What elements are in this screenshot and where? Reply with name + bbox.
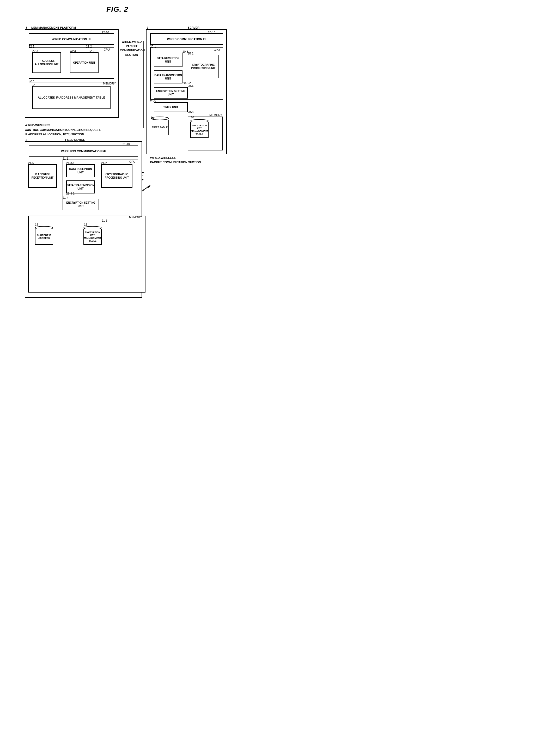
server-enc-key-table: ENCRYPTION KEY MANAGEMENT TABLE	[190, 119, 209, 138]
field-data-transmission: DATA TRANSMISSION UNIT	[66, 180, 95, 194]
field-cpu-label: CPU	[129, 160, 135, 163]
m2m-memory-label: MEMORY	[103, 82, 116, 85]
server-ww-packet-label: WIRED-WIRELESSPACKET COMMUNICATION SECTI…	[150, 156, 228, 164]
m2m-alloc-table-ref: 14	[32, 83, 35, 86]
page-title: FIG. 2	[5, 5, 229, 14]
server-cpu-label: CPU	[214, 48, 220, 51]
server-enc-key-table-num: 10	[191, 116, 194, 119]
m2m-ip-alloc-ref: 22-3	[32, 49, 38, 52]
field-ip-reception-ref: 21-5	[28, 161, 34, 164]
field-ip-reception: IP ADDRESS RECEPTION UNIT	[28, 164, 57, 188]
server-timer-unit-ref: 20-5	[150, 100, 156, 103]
m2m-operation-ref: 22-2	[88, 49, 94, 52]
server-label: SERVER	[188, 26, 199, 29]
server-wired-if-ref: 20-10	[208, 31, 215, 34]
server-timer-table-ref: 11	[151, 116, 154, 119]
field-enc-key-table-ref: 12	[84, 223, 87, 226]
server-timer-table: TIMER TABLE	[151, 117, 169, 135]
field-label: FIELD DEVICE	[65, 138, 85, 141]
m2m-memory-ref: 22-4	[29, 79, 34, 82]
server-data-transmission-ref: 20-3-2	[182, 81, 191, 84]
field-data-reception-ref: 21-3-1	[66, 161, 75, 164]
wired-wired-packet-label: WIRED-WIREDPACKETCOMMUNICATIONSECTION	[120, 40, 144, 57]
m2m-cpu-inner-ref: CPU	[70, 49, 76, 52]
server-enc-setting-ref: 20-4	[188, 84, 194, 87]
field-data-transmission-ref: 21-3-2	[66, 192, 75, 195]
m2m-ip-alloc: IP ADDRESS ALLOCATION UNIT	[32, 52, 61, 73]
server-memory-ref: 20-6	[188, 110, 194, 114]
ref-22-2: 22-2	[86, 45, 92, 48]
server-wired-if: WIRED COMMUNICATION I/F	[150, 33, 223, 45]
field-ref: 2	[26, 138, 27, 141]
m2m-cpu-label: CPU	[104, 48, 110, 51]
field-wireless-if-ref: 21-10	[123, 143, 130, 146]
m2m-wired-if: WIRED COMMUNICATION I/F	[29, 33, 114, 45]
field-current-ip: CURRENT IP ADDRESS	[35, 226, 53, 245]
server-crypto-ref: 20-2	[188, 52, 194, 55]
server-memory-label: MEMORY	[209, 113, 222, 117]
field-wireless-if: WIRELESS COMMUNICATION I/F	[29, 146, 138, 157]
server-ref: 1	[147, 26, 148, 29]
field-crypto: CRYPTOGRAPHIC PROCESSING UNIT	[101, 164, 132, 188]
field-cpu-ref: 21-1	[62, 157, 68, 160]
m2m-ref: 3	[26, 26, 27, 29]
m2m-label: M2M MANAGEMENT PLATFORM	[31, 26, 76, 29]
field-enc-setting-ref: 21-4	[62, 196, 68, 199]
field-memory-ref: 21-6	[102, 219, 107, 222]
field-memory-label: MEMORY	[129, 216, 142, 219]
server-crypto: CRYPTOGRAPHIC PROCESSING UNIT	[188, 55, 219, 78]
field-data-reception: DATA RECEPTION UNIT	[66, 164, 95, 177]
m2m-wired-if-ref: 22-10	[102, 31, 109, 34]
field-crypto-ref: 21-2	[101, 161, 107, 164]
field-enc-key-table: ENCRYPTION KEY MANAGEMENT TABLE	[83, 226, 102, 245]
field-enc-setting: ENCRYPTION SETTING UNIT	[62, 199, 99, 210]
server-data-transmission: DATA TRANSMISSION UNIT	[154, 70, 182, 83]
m2m-operation: OPERATION UNIT	[70, 52, 99, 73]
server-data-reception: DATA RECEPTION UNIT	[154, 53, 182, 67]
ref-22-1: 22-1	[29, 45, 34, 48]
server-cpu-ref: 20-1	[150, 45, 156, 48]
server-timer-unit: TIMER UNIT	[154, 102, 188, 112]
server-enc-setting: ENCRYPTION SETTING UNIT	[154, 87, 188, 99]
m2m-alloc-table: ALLOCATED IP ADDRESS MANAGEMENT TABLE	[32, 86, 110, 109]
m2m-ww-control-label: WIRED-WIRELESS CONTROL COMMUNICATION (CO…	[25, 123, 116, 137]
field-current-ip-ref: 13	[35, 223, 38, 226]
